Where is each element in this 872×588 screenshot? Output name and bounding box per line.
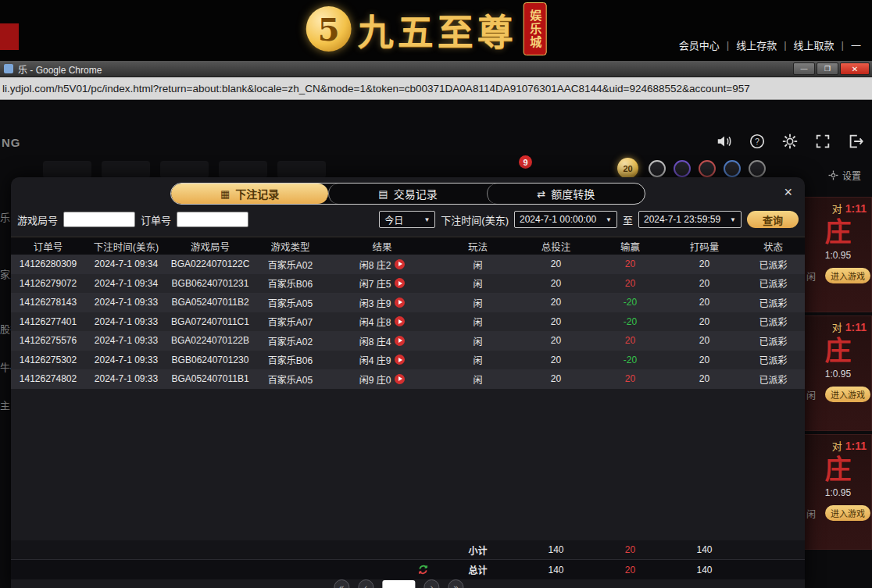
round-filter-label: 游戏局号 (17, 212, 58, 227)
cell-winloss: 20 (593, 278, 667, 289)
cell-volume: 20 (667, 316, 742, 327)
replay-icon[interactable] (395, 355, 405, 365)
chip-icon[interactable] (699, 160, 716, 177)
cell-type: 百家乐A07 (253, 315, 327, 328)
next-page-button[interactable]: › (423, 579, 439, 588)
last-page-button[interactable]: » (448, 579, 463, 588)
maximize-button[interactable]: ❐ (817, 62, 838, 75)
window-title: 乐 - Google Chrome (18, 62, 102, 76)
fullscreen-icon[interactable] (814, 133, 831, 150)
subtotal-label: 小计 (437, 543, 519, 557)
enter-game-button[interactable]: 进入游戏 (825, 387, 870, 402)
sound-icon[interactable] (716, 133, 733, 150)
replay-icon[interactable] (395, 298, 405, 308)
cell-status: 已派彩 (742, 315, 805, 328)
logo-title: 九五至尊 (358, 3, 517, 55)
game-table-panel[interactable]: 对 1:11 庄 1:0.95 闲 进入游戏 (805, 197, 872, 312)
round-filter-input[interactable] (63, 212, 135, 227)
cell-status: 已派彩 (742, 372, 805, 386)
cell-order: 14126278143 (11, 297, 85, 308)
tab-label: 交易记录 (394, 186, 438, 201)
cell-order: 14126274802 (11, 373, 85, 384)
credit-transfer-icon: ⇄ (537, 189, 545, 199)
cell-round: BGA072407011C1 (167, 316, 253, 327)
nav-online-withdraw[interactable]: 线上取款 (794, 37, 834, 52)
date-from-select[interactable]: 2024-7-1 00:00:00 ▼ (514, 211, 617, 228)
left-menu-fragment: 股往 (0, 321, 11, 336)
settings-button[interactable]: 设置 (828, 169, 861, 182)
cell-bet: 20 (519, 278, 593, 289)
table-header: 订单号 下注时间(美东) 游戏局号 游戏类型 结果 玩法 总投注 输赢 打码量 … (11, 237, 805, 255)
chip-icon[interactable] (649, 160, 666, 177)
refresh-icon[interactable] (417, 564, 429, 576)
cell-winloss: -20 (593, 355, 667, 365)
bet-time-label: 下注时间(美东) (441, 212, 509, 227)
cell-type: 百家乐B06 (253, 276, 327, 290)
col-result: 结果 (327, 239, 437, 254)
query-button[interactable]: 查询 (747, 211, 799, 228)
table-row: 14126274802 2024-7-1 09:33 BGA052407011B… (11, 369, 805, 389)
banner-red-fragment (0, 23, 19, 50)
chip-20-icon[interactable]: 20 (617, 158, 638, 179)
left-menu-fragment: 主 (0, 397, 11, 412)
cell-round: BGA052407011B1 (167, 373, 253, 384)
prev-page-button[interactable]: ‹ (358, 579, 373, 588)
close-dialog-button[interactable]: × (784, 185, 792, 199)
col-status: 状态 (742, 239, 805, 254)
window-titlebar[interactable]: 乐 - Google Chrome — ❐ ✕ (0, 61, 872, 77)
replay-icon[interactable] (395, 336, 405, 346)
exit-icon[interactable] (847, 133, 864, 150)
cell-order: 14126280309 (11, 258, 85, 269)
enter-game-button[interactable]: 进入游戏 (825, 505, 870, 521)
total-label: 总计 (437, 563, 519, 576)
address-bar[interactable]: li.ydjol.com/h5V01/pc/index.html?return=… (0, 77, 872, 100)
col-play: 玩法 (437, 239, 519, 254)
close-window-button[interactable]: ✕ (840, 62, 870, 75)
nav-online-deposit[interactable]: 线上存款 (736, 37, 777, 52)
replay-icon[interactable] (395, 316, 405, 326)
replay-icon[interactable] (395, 374, 405, 384)
lobby-category (43, 161, 91, 178)
subtotal-volume: 140 (667, 544, 742, 555)
cell-time: 2024-7-1 09:34 (85, 278, 167, 289)
chip-icon[interactable] (749, 160, 766, 177)
col-type: 游戏类型 (253, 239, 327, 254)
filter-bar: 游戏局号 订单号 今日 ▼ 下注时间(美东) 2024-7-1 00:00:00… (17, 210, 799, 229)
left-menu-fragment: 乐 (0, 209, 11, 224)
date-range-select[interactable]: 今日 ▼ (379, 211, 435, 228)
order-filter-input[interactable] (177, 212, 248, 227)
pair-odds: 1:11 (845, 321, 867, 333)
chip-icon[interactable] (724, 160, 741, 177)
page-input[interactable] (382, 580, 415, 588)
tab-bet-records[interactable]: ▦ 下注记录 (171, 184, 328, 204)
site-banner: 5 九五至尊 娱乐城 会员中心| 线上存款| 线上取款| 一 (0, 0, 872, 61)
cell-volume: 20 (667, 258, 742, 269)
game-table-panel[interactable]: 对 1:11 庄 1:0.95 闲 进入游戏 (805, 315, 872, 431)
chip-icon[interactable] (674, 160, 691, 177)
result-text: 闲8 庄2 (359, 258, 391, 271)
minimize-button[interactable]: — (793, 62, 815, 75)
replay-icon[interactable] (395, 259, 405, 269)
enter-game-button[interactable]: 进入游戏 (825, 268, 870, 283)
tab-transaction-records[interactable]: ▤ 交易记录 (328, 184, 486, 204)
game-table-panel[interactable]: 对 1:11 庄 1:0.95 闲 进入游戏 (805, 434, 872, 550)
cell-volume: 20 (667, 278, 742, 289)
left-menu-fragment: 牛4 (0, 359, 11, 374)
nav-more-fragment[interactable]: 一 (851, 37, 861, 52)
tab-credit-transfer[interactable]: ⇄ 额度转换 (487, 184, 645, 204)
gear-icon[interactable] (781, 133, 799, 150)
date-to-value: 2024-7-1 23:59:59 (644, 214, 720, 225)
nav-member-center[interactable]: 会员中心 (679, 37, 720, 52)
date-to-select[interactable]: 2024-7-1 23:59:59 ▼ (638, 211, 742, 228)
cell-order: 14126277401 (11, 316, 85, 327)
col-round: 游戏局号 (167, 239, 253, 254)
total-bet: 140 (519, 565, 593, 576)
date-from-value: 2024-7-1 00:00:00 (520, 214, 596, 225)
lobby-category (160, 161, 209, 178)
cell-status: 已派彩 (742, 334, 805, 347)
cell-play: 闲 (437, 353, 519, 366)
first-page-button[interactable]: « (334, 579, 349, 588)
help-icon[interactable]: ? (749, 133, 766, 150)
replay-icon[interactable] (395, 278, 405, 288)
cell-round: BGA0224070122B (167, 335, 253, 346)
